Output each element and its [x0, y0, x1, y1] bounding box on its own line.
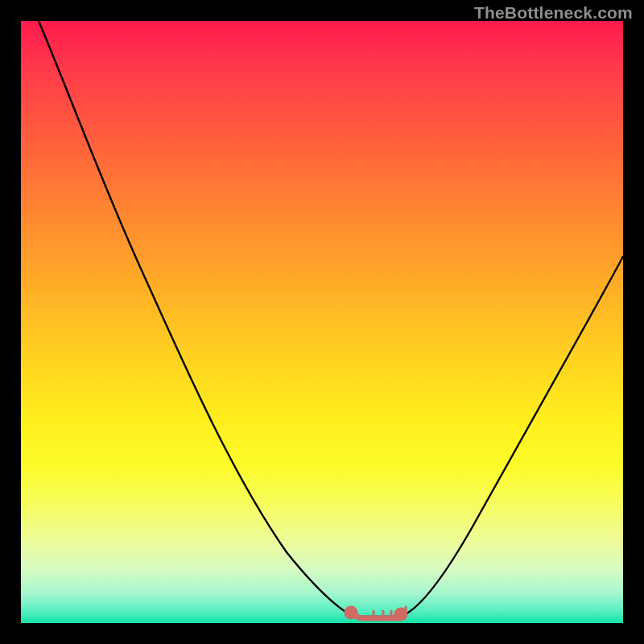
watermark-text: TheBottleneck.com [474, 3, 633, 23]
bottleneck-curve [39, 21, 623, 617]
curve-layer [21, 21, 623, 623]
plot-area [21, 21, 623, 623]
chart-frame: TheBottleneck.com [0, 0, 644, 644]
optimal-marker [347, 607, 406, 618]
